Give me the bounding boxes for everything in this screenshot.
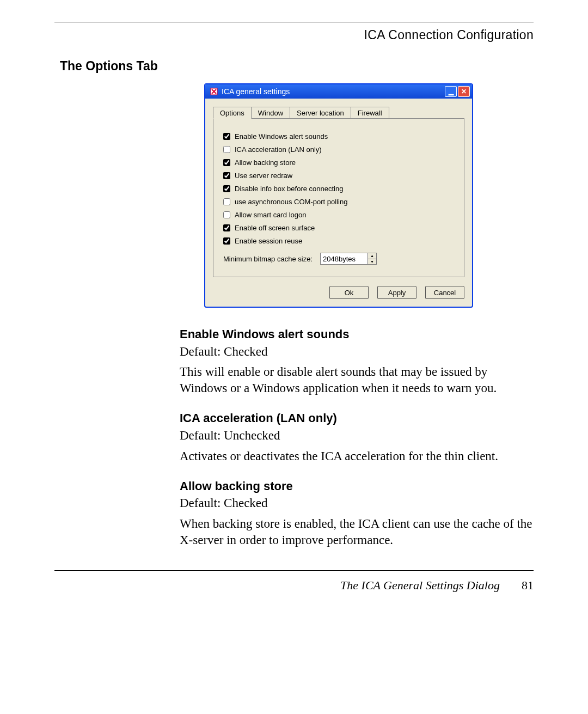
spin-up-icon[interactable]: ▲ [368,253,376,259]
doc-item-title: ICA acceleration (LAN only) [180,411,534,426]
page-number: 81 [522,578,534,593]
option-label: Use server redraw [235,172,292,180]
option-enable-windows-alert-sounds[interactable]: Enable Windows alert sounds [223,132,454,141]
option-label: use asynchronous COM-port polling [235,198,347,206]
checkbox[interactable] [223,159,230,166]
doc-item-title: Allow backing store [180,479,534,495]
dialog-button-row: Ok Apply Cancel [213,286,464,299]
apply-button[interactable]: Apply [377,286,416,299]
option-label: Allow smart card logon [235,211,307,219]
option-smart-card-logon[interactable]: Allow smart card logon [223,211,454,219]
tab-window[interactable]: Window [251,107,290,118]
titlebar: ICA general settings ▁ ✕ [205,84,472,99]
checkbox[interactable] [223,237,230,245]
option-label: Enable off screen surface [235,224,315,232]
checkbox[interactable] [223,185,230,192]
option-session-reuse[interactable]: Enable session reuse [223,237,454,245]
section-title: The Options Tab [60,59,534,74]
tab-firewall[interactable]: Firewall [351,107,389,118]
option-label: Allow backing store [235,158,296,167]
checkbox[interactable] [223,133,230,140]
cancel-button[interactable]: Cancel [425,286,464,299]
running-head: ICA Connection Configuration [54,28,534,42]
footer-text: The ICA General Settings Dialog [340,578,500,593]
ok-button[interactable]: Ok [329,286,369,299]
doc-item-default: Default: Checked [180,495,534,511]
checkbox[interactable] [223,211,230,218]
spin-down-icon[interactable]: ▼ [368,259,376,265]
option-use-server-redraw[interactable]: Use server redraw [223,172,454,180]
close-button[interactable]: ✕ [458,86,470,97]
bitmap-cache-input[interactable] [321,253,367,264]
doc-item-default: Default: Checked [180,344,534,360]
tab-server-location[interactable]: Server location [290,107,351,118]
option-label: Disable info box before connecting [235,185,343,193]
doc-item-desc: This will enable or disable alert sounds… [180,364,534,396]
doc-item-desc: When backing store is enabled, the ICA c… [180,516,534,548]
tab-strip: Options Window Server location Firewall [213,105,464,118]
checkbox[interactable] [223,224,230,231]
tab-options[interactable]: Options [213,107,252,119]
doc-item-title: Enable Windows alert sounds [180,327,534,343]
doc-item-default: Default: Unchecked [180,428,534,444]
minimize-button[interactable]: ▁ [445,86,457,97]
option-label: Enable session reuse [235,237,302,245]
window-title: ICA general settings [220,87,444,96]
option-disable-info-box[interactable]: Disable info box before connecting [223,185,454,193]
checkbox[interactable] [223,172,230,179]
doc-item-desc: Activates or deactivates the ICA acceler… [180,448,534,465]
checkbox[interactable] [223,198,230,205]
option-label: ICA acceleration (LAN only) [235,145,322,154]
app-icon [210,87,218,96]
doc-body: Enable Windows alert sounds Default: Che… [180,327,534,548]
option-label: Enable Windows alert sounds [235,132,328,141]
ica-general-settings-window: ICA general settings ▁ ✕ Options Window … [204,83,473,308]
option-off-screen-surface[interactable]: Enable off screen surface [223,224,454,232]
bitmap-cache-spinner[interactable]: ▲ ▼ [320,253,377,265]
checkbox[interactable] [223,146,230,153]
dialog-screenshot: ICA general settings ▁ ✕ Options Window … [204,83,534,308]
option-ica-acceleration[interactable]: ICA acceleration (LAN only) [223,145,454,154]
option-async-com-polling[interactable]: use asynchronous COM-port polling [223,198,454,206]
bitmap-cache-row: Minimum bitmap cache size: ▲ ▼ [223,253,454,265]
tab-pane-options: Enable Windows alert sounds ICA accelera… [213,118,464,277]
footer: The ICA General Settings Dialog 81 [54,578,534,593]
option-allow-backing-store[interactable]: Allow backing store [223,158,454,167]
bitmap-cache-label: Minimum bitmap cache size: [223,255,313,263]
